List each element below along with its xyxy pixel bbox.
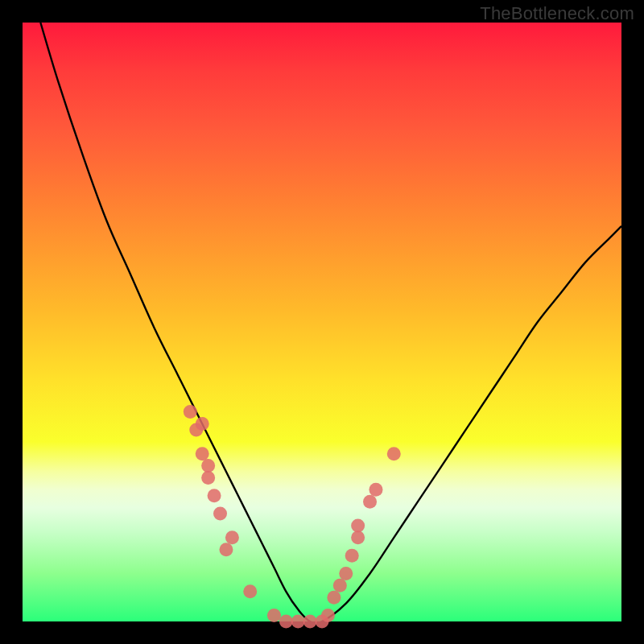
data-marker	[369, 483, 382, 497]
data-marker	[279, 615, 293, 629]
data-marker	[291, 615, 305, 629]
data-marker	[387, 447, 401, 460]
data-marker	[219, 543, 233, 556]
data-marker	[196, 447, 209, 460]
data-marker	[184, 405, 197, 419]
data-marker	[213, 507, 227, 521]
data-marker	[303, 615, 317, 629]
data-marker	[333, 579, 347, 592]
data-marker	[351, 530, 365, 544]
data-marker	[363, 495, 377, 509]
data-marker	[345, 549, 359, 563]
data-marker	[208, 489, 221, 502]
data-marker	[189, 423, 203, 436]
data-marker	[339, 567, 353, 580]
chart-frame: TheBottleneck.com	[0, 0, 644, 644]
data-marker	[225, 530, 239, 544]
data-marker	[201, 471, 215, 485]
data-marker	[351, 518, 365, 532]
data-marker	[267, 609, 281, 622]
watermark-text: TheBottleneck.com	[480, 3, 634, 24]
data-marker	[243, 584, 257, 598]
chart-svg	[23, 23, 621, 621]
data-marker	[321, 609, 335, 622]
data-marker	[201, 459, 215, 473]
data-marker	[327, 591, 341, 605]
bottleneck-curve	[40, 23, 621, 624]
